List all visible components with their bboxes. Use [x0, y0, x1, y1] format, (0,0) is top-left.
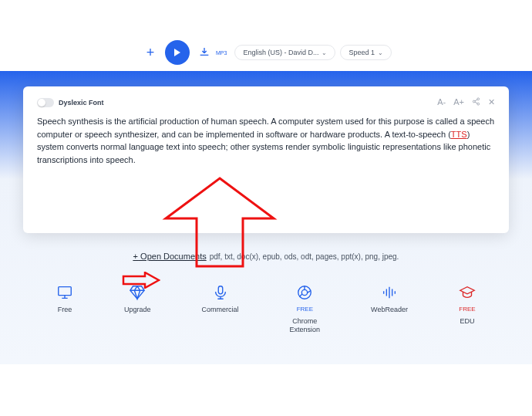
chevron-down-icon: ⌄ — [322, 49, 327, 56]
text-content[interactable]: Speech synthesis is the artificial produ… — [37, 115, 495, 166]
feature-label: Upgrade — [124, 306, 151, 314]
share-icon[interactable] — [472, 97, 480, 107]
text-part1: Speech synthesis is the artificial produ… — [37, 117, 494, 139]
chrome-icon — [296, 284, 313, 301]
feature-webreader[interactable]: WebReader — [371, 284, 408, 334]
tts-link[interactable]: TTS — [451, 130, 467, 139]
speed-select-label: Speed 1 — [348, 49, 375, 56]
download-icon[interactable] — [194, 42, 214, 63]
download-label: MP3 — [216, 50, 227, 56]
text-card: Dyslexic Font A- A+ ✕ Speech synthesis i… — [23, 86, 509, 233]
feature-sub: FREE — [459, 306, 475, 313]
feature-upgrade[interactable]: Upgrade — [124, 284, 151, 334]
edu-icon — [459, 284, 476, 301]
close-icon[interactable]: ✕ — [488, 97, 495, 107]
dyslexic-toggle-group: Dyslexic Font — [37, 98, 104, 107]
add-button[interactable]: + — [140, 42, 160, 63]
svg-point-6 — [302, 289, 308, 295]
card-tools: A- A+ ✕ — [437, 97, 495, 107]
speed-select[interactable]: Speed 1 ⌄ — [340, 45, 392, 60]
playback-controls: + MP3 English (US) - David D... ⌄ Speed … — [140, 40, 392, 65]
formats-text: pdf, txt, doc(x), epub, ods, odt, pages,… — [210, 252, 399, 261]
svg-rect-4 — [218, 286, 223, 294]
dyslexic-label: Dyslexic Font — [59, 99, 104, 107]
mic-icon — [212, 284, 229, 301]
open-documents-link[interactable]: + Open Documents — [133, 252, 207, 261]
svg-point-1 — [473, 100, 475, 103]
monitor-icon — [56, 284, 73, 301]
feature-label: Commercial — [202, 306, 239, 314]
feature-label: Free — [58, 306, 72, 314]
voice-select[interactable]: English (US) - David D... ⌄ — [234, 45, 335, 60]
open-documents-row: + Open Documents pdf, txt, doc(x), epub,… — [0, 252, 532, 261]
feature-label: EDU — [460, 317, 474, 326]
hero-section: Dyslexic Font A- A+ ✕ Speech synthesis i… — [0, 71, 532, 364]
feature-label: WebReader — [371, 306, 408, 314]
chevron-down-icon: ⌄ — [378, 49, 383, 56]
feature-sub: FREE — [297, 306, 313, 313]
play-button[interactable] — [165, 40, 190, 65]
sound-icon — [381, 284, 398, 301]
voice-select-label: English (US) - David D... — [243, 49, 318, 56]
open-documents-label: Open Documents — [138, 252, 207, 261]
diamond-icon — [129, 284, 146, 301]
top-toolbar: + MP3 English (US) - David D... ⌄ Speed … — [0, 0, 532, 71]
feature-chrome[interactable]: FREE Chrome Extension — [290, 284, 321, 334]
dyslexic-toggle[interactable] — [37, 98, 54, 107]
svg-rect-3 — [59, 287, 72, 296]
svg-point-0 — [477, 98, 480, 100]
feature-free[interactable]: Free — [56, 284, 73, 334]
feature-commercial[interactable]: Commercial — [202, 284, 239, 334]
card-header: Dyslexic Font A- A+ ✕ — [37, 97, 495, 107]
feature-row: Free Upgrade Commercial FREE Chrome Exte… — [0, 284, 532, 334]
font-increase-button[interactable]: A+ — [453, 97, 464, 107]
feature-edu[interactable]: FREE EDU — [459, 284, 476, 334]
svg-point-2 — [477, 103, 480, 105]
feature-label: Chrome Extension — [290, 317, 321, 334]
font-decrease-button[interactable]: A- — [437, 97, 446, 107]
